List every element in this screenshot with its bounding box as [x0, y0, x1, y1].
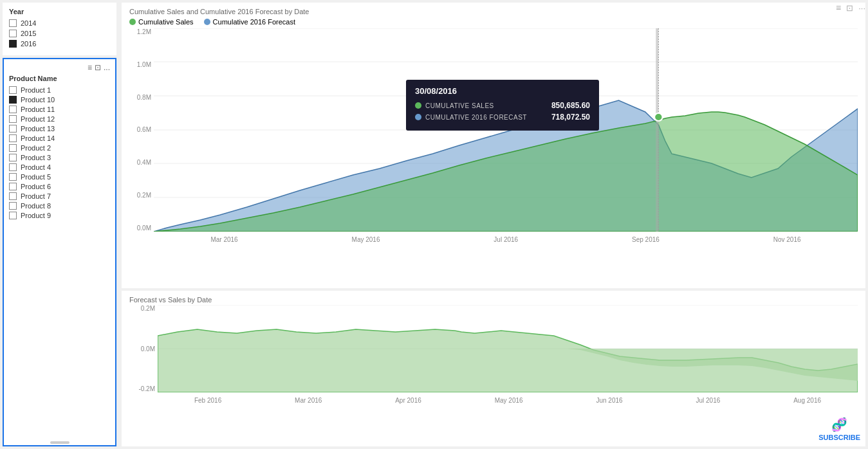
list-item: Product 11: [9, 105, 110, 113]
scrollbar-thumb[interactable]: [50, 441, 69, 444]
bottom-chart-title: Forecast vs Sales by Date: [129, 296, 858, 304]
y-label-7: 0.0M: [137, 225, 151, 232]
product-5-label: Product 5: [21, 173, 51, 181]
product-filter-title: Product Name: [9, 75, 110, 82]
y-label-5: 0.4M: [137, 159, 151, 166]
product-2-checkbox[interactable]: [9, 144, 17, 152]
product-1-label: Product 1: [21, 86, 51, 94]
product-13-checkbox[interactable]: [9, 125, 17, 133]
product-2-label: Product 2: [21, 144, 51, 152]
product-3-label: Product 3: [21, 154, 51, 161]
legend-label-sales: Cumulative Sales: [138, 18, 194, 26]
bottom-x-label-4: May 2016: [495, 397, 523, 404]
bottom-x-axis: Feb 2016 Mar 2016 Apr 2016 May 2016 Jun …: [158, 392, 858, 408]
top-chart-toolbar: ≡ ⊡ ···: [836, 3, 865, 13]
top-chart-container: ≡ ⊡ ··· Cumulative Sales and Cumulative …: [122, 3, 865, 288]
product-filter: ≡ ⊡ ... Product Name Product 1 Product 1…: [3, 58, 116, 446]
bottom-y-axis: 0.2M 0.0M -0.2M: [129, 305, 158, 392]
bottom-chart-container: Forecast vs Sales by Date 0.2M 0.0M -0.2…: [122, 291, 865, 446]
product-7-label: Product 7: [21, 192, 51, 200]
bottom-x-label-6: Jul 2016: [696, 397, 721, 404]
list-item: Product 4: [9, 163, 110, 171]
bottom-x-label-1: Feb 2016: [194, 397, 221, 404]
product-10-checkbox[interactable]: [9, 96, 17, 104]
product-1-checkbox[interactable]: [9, 86, 17, 94]
more-icon[interactable]: ...: [104, 63, 110, 72]
year-2015-item: 2015: [9, 30, 110, 37]
bottom-x-label-7: Aug 2016: [793, 397, 821, 404]
year-2014-checkbox[interactable]: [9, 19, 17, 27]
tooltip-value-forecast: 718,072.50: [551, 113, 590, 122]
product-9-label: Product 9: [21, 212, 51, 219]
product-12-checkbox[interactable]: [9, 115, 17, 123]
product-7-checkbox[interactable]: [9, 192, 17, 200]
tooltip-value-sales: 850,685.60: [551, 101, 590, 110]
tooltip-dot-forecast: [415, 114, 421, 120]
year-2014-label: 2014: [21, 19, 36, 27]
tooltip-date: 30/08/2016: [415, 86, 590, 96]
top-chart-body: 1.2M 1.0M 0.8M 0.6M 0.4M 0.2M 0.0M: [129, 28, 858, 247]
x-label-2: May 2016: [352, 236, 380, 243]
bottom-y-label-2: 0.0M: [141, 345, 155, 353]
tooltip-row-sales: CUMULATIVE SALES 850,685.60: [415, 101, 590, 110]
bottom-chart-svg: [158, 305, 858, 392]
left-panel: Year 2014 2015 2016 ≡ ⊡ ... Product Name: [0, 0, 119, 449]
product-11-checkbox[interactable]: [9, 105, 17, 113]
subscribe-label: SUBSCRIBE: [818, 434, 860, 441]
product-9-checkbox[interactable]: [9, 212, 17, 219]
year-filter: Year 2014 2015 2016: [3, 3, 116, 55]
expand-icon[interactable]: ⊡: [95, 63, 101, 72]
product-14-label: Product 14: [21, 134, 55, 142]
legend-forecast: Cumulative 2016 Forecast: [204, 18, 295, 26]
product-13-label: Product 13: [21, 125, 55, 133]
tooltip-dot-sales: [415, 102, 421, 109]
product-5-checkbox[interactable]: [9, 173, 17, 181]
x-axis: Mar 2016 May 2016 Jul 2016 Sep 2016 Nov …: [154, 232, 858, 247]
list-item: Product 13: [9, 125, 110, 133]
year-2015-checkbox[interactable]: [9, 30, 17, 37]
x-label-3: Jul 2016: [494, 236, 518, 243]
year-filter-title: Year: [9, 8, 110, 15]
product-11-label: Product 11: [21, 105, 55, 113]
bottom-y-label-3: -0.2M: [138, 385, 155, 392]
product-list: Product 1 Product 10 Product 11 Product …: [9, 86, 110, 221]
y-label-3: 0.8M: [137, 94, 151, 101]
list-item: Product 5: [9, 173, 110, 181]
product-4-label: Product 4: [21, 163, 51, 171]
right-panel: ≡ ⊡ ··· Cumulative Sales and Cumulative …: [119, 0, 868, 449]
subscribe-button[interactable]: 🧬 SUBSCRIBE: [818, 417, 860, 441]
product-6-checkbox[interactable]: [9, 183, 17, 190]
list-item: Product 7: [9, 192, 110, 200]
y-label-4: 0.6M: [137, 126, 151, 133]
list-item: Product 8: [9, 202, 110, 210]
expand-chart-icon[interactable]: ⊡: [846, 3, 853, 13]
chart-legend: Cumulative Sales Cumulative 2016 Forecas…: [129, 18, 858, 26]
tooltip-label-sales: CUMULATIVE SALES: [415, 102, 494, 109]
legend-label-forecast: Cumulative 2016 Forecast: [213, 18, 295, 26]
y-label-6: 0.2M: [137, 192, 151, 199]
list-item: Product 14: [9, 134, 110, 142]
product-8-checkbox[interactable]: [9, 202, 17, 210]
more-options-icon[interactable]: ···: [858, 3, 865, 13]
y-label-1: 1.2M: [137, 28, 151, 35]
svg-point-11: [654, 113, 662, 121]
tooltip-row-forecast: CUMULATIVE 2016 FORECAST 718,072.50: [415, 113, 590, 122]
product-6-label: Product 6: [21, 183, 51, 190]
year-2014-item: 2014: [9, 19, 110, 27]
dna-icon: 🧬: [831, 417, 847, 432]
bottom-x-label-5: Jun 2016: [596, 397, 622, 404]
bottom-y-label-1: 0.2M: [141, 305, 155, 312]
list-item: Product 12: [9, 115, 110, 123]
product-12-label: Product 12: [21, 115, 55, 123]
bottom-chart-body: 0.2M 0.0M -0.2M Feb 2016: [129, 305, 858, 408]
product-3-checkbox[interactable]: [9, 154, 17, 161]
year-2016-checkbox[interactable]: [9, 40, 17, 48]
product-14-checkbox[interactable]: [9, 134, 17, 142]
product-10-label: Product 10: [21, 96, 55, 104]
product-4-checkbox[interactable]: [9, 163, 17, 171]
bottom-x-label-2: Mar 2016: [295, 397, 322, 404]
filter-toolbar: ≡ ⊡ ...: [9, 63, 110, 72]
year-2016-item: 2016: [9, 40, 110, 48]
tooltip-label-forecast: CUMULATIVE 2016 FORECAST: [415, 114, 527, 121]
y-axis: 1.2M 1.0M 0.8M 0.6M 0.4M 0.2M 0.0M: [129, 28, 154, 232]
